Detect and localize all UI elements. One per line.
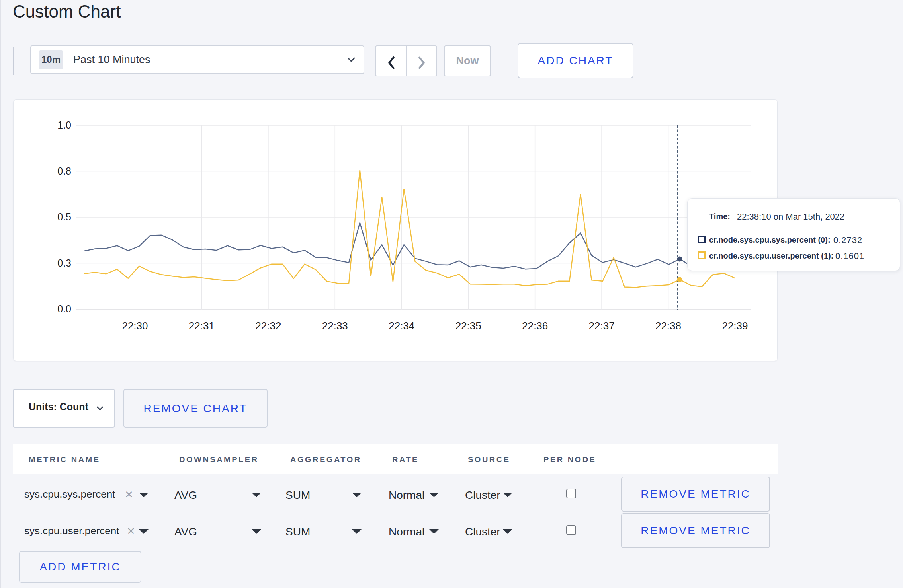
svg-text:22:34: 22:34 [389, 320, 414, 332]
svg-text:22:36: 22:36 [522, 320, 548, 332]
svg-text:0.3: 0.3 [57, 257, 71, 269]
svg-text:22:39: 22:39 [722, 320, 748, 332]
svg-text:0.5: 0.5 [57, 211, 71, 222]
svg-text:22:35: 22:35 [455, 320, 481, 332]
svg-text:1.0: 1.0 [57, 119, 71, 130]
svg-text:0.0: 0.0 [57, 303, 71, 314]
svg-text:22:31: 22:31 [189, 320, 215, 332]
svg-text:22:30: 22:30 [122, 320, 148, 332]
svg-text:22:32: 22:32 [255, 320, 281, 332]
svg-text:0.8: 0.8 [57, 165, 71, 177]
svg-text:22:33: 22:33 [322, 320, 348, 332]
svg-text:22:38: 22:38 [655, 320, 681, 332]
svg-text:22:37: 22:37 [589, 320, 615, 332]
